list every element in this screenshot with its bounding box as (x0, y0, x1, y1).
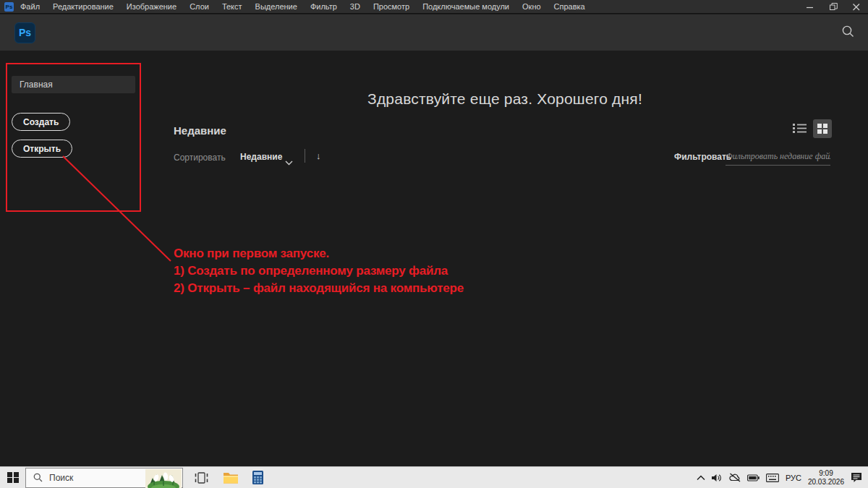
menu-file[interactable]: Файл (14, 0, 46, 14)
sort-dropdown[interactable]: Недавние (240, 152, 282, 162)
grid-view-icon[interactable] (813, 119, 832, 138)
windows-taskbar: РУС 9:09 20.03.2026 (0, 466, 868, 488)
file-explorer-icon[interactable] (223, 471, 239, 484)
chevron-down-icon[interactable] (285, 155, 293, 168)
snowdrops-image-icon[interactable] (145, 469, 182, 488)
ps-app-icon[interactable]: Ps (4, 2, 14, 12)
task-view-icon[interactable] (195, 472, 208, 484)
start-button-windows-icon[interactable] (7, 472, 19, 484)
menu-plugins[interactable]: Подключаемые модули (416, 0, 516, 14)
tray-chevron-up-icon[interactable] (697, 475, 705, 481)
menu-view[interactable]: Просмотр (367, 0, 416, 14)
menu-3d[interactable]: 3D (344, 0, 367, 14)
filter-label: Фильтровать (674, 152, 731, 162)
window-controls (799, 0, 868, 14)
list-view-icon[interactable] (793, 123, 807, 137)
language-indicator[interactable]: РУС (786, 474, 801, 482)
cloud-slash-icon[interactable] (729, 473, 741, 482)
touch-keyboard-icon[interactable] (766, 474, 779, 482)
annotation-line-3: 2) Открыть – файл находящийся на компьют… (174, 280, 464, 297)
greeting-text: Здравствуйте еще раз. Хорошего дня! (174, 90, 836, 108)
menu-filter[interactable]: Фильтр (304, 0, 344, 14)
annotation-text: Окно при первом запуске. 1) Создать по о… (174, 245, 464, 297)
taskbar-search-input[interactable] (49, 473, 129, 483)
menu-type[interactable]: Текст (216, 0, 249, 14)
taskbar-search-icon (33, 473, 43, 482)
clock-date: 20.03.2026 (808, 478, 844, 487)
menu-layers[interactable]: Слои (183, 0, 216, 14)
annotation-line-1: Окно при первом запуске. (174, 245, 464, 262)
battery-icon[interactable] (747, 474, 760, 481)
menu-help[interactable]: Справка (548, 0, 592, 14)
menu-bar: Ps Файл Редактирование Изображение Слои … (0, 0, 868, 14)
search-icon[interactable] (841, 25, 855, 41)
app-header: Ps (0, 14, 868, 51)
annotation-line-2: 1) Создать по определенному размеру файл… (174, 262, 464, 280)
annotation-rectangle (6, 63, 141, 212)
restore-icon[interactable] (822, 0, 845, 14)
calculator-icon[interactable] (252, 471, 263, 484)
filter-input[interactable] (726, 147, 830, 166)
sort-label: Сортировать (174, 153, 226, 163)
recent-section-title: Недавние (174, 124, 226, 137)
minimize-icon[interactable] (799, 0, 822, 14)
system-tray: РУС 9:09 20.03.2026 (697, 469, 868, 487)
close-icon[interactable] (845, 0, 868, 14)
sort-divider (305, 149, 305, 163)
notification-center-icon[interactable] (851, 472, 862, 483)
taskbar-search-box[interactable] (25, 468, 183, 488)
clock[interactable]: 9:09 20.03.2026 (808, 469, 844, 487)
menu-image[interactable]: Изображение (120, 0, 183, 14)
menu-edit[interactable]: Редактирование (46, 0, 120, 14)
volume-icon[interactable] (712, 474, 723, 482)
photoshop-logo[interactable]: Ps (14, 22, 35, 43)
clock-time: 9:09 (808, 469, 844, 478)
photoshop-window: Ps Файл Редактирование Изображение Слои … (0, 0, 868, 488)
menu-select[interactable]: Выделение (249, 0, 304, 14)
sort-direction-icon[interactable]: ↓ (316, 150, 321, 161)
menu-window[interactable]: Окно (516, 0, 548, 14)
